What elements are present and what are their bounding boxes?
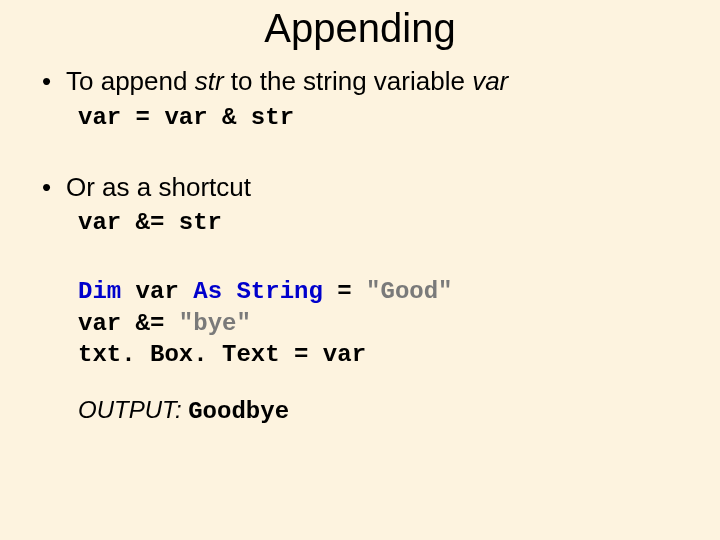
code-block-3: Dim var As String = "Good" var &= "bye" … <box>78 276 684 370</box>
code3-l1d: = <box>323 278 366 305</box>
bullet1-em2: var <box>472 66 508 96</box>
output-line: OUTPUT: Goodbye <box>78 396 684 425</box>
code3-line1: Dim var As String = "Good" <box>78 276 684 307</box>
code3-l1b: var <box>121 278 193 305</box>
bullet-list-2: Or as a shortcut <box>36 171 684 204</box>
code-block-2: var &= str <box>78 207 684 238</box>
bullet-list: To append str to the string variable var <box>36 65 684 98</box>
slide-title: Appending <box>36 6 684 51</box>
code2-line: var &= str <box>78 207 684 238</box>
output-label: OUTPUT: <box>78 396 182 423</box>
slide: Appending To append str to the string va… <box>0 0 720 540</box>
bullet-item-2: Or as a shortcut <box>36 171 684 204</box>
bullet-item-1: To append str to the string variable var <box>36 65 684 98</box>
bullet1-text-pre: To append <box>66 66 195 96</box>
code1-line: var = var & str <box>78 102 684 133</box>
code-block-1: var = var & str <box>78 102 684 133</box>
code3-line3: txt. Box. Text = var <box>78 339 684 370</box>
spacer <box>36 133 684 171</box>
code3-l2a: var &= <box>78 310 179 337</box>
code3-line2: var &= "bye" <box>78 308 684 339</box>
bullet1-em1: str <box>195 66 224 96</box>
spacer <box>36 238 684 276</box>
output-value: Goodbye <box>188 398 289 425</box>
spacer <box>36 370 684 396</box>
str-bye: "bye" <box>179 310 251 337</box>
str-good: "Good" <box>366 278 452 305</box>
kw-as-string: As String <box>193 278 323 305</box>
bullet1-text-mid: to the string variable <box>224 66 473 96</box>
kw-dim: Dim <box>78 278 121 305</box>
